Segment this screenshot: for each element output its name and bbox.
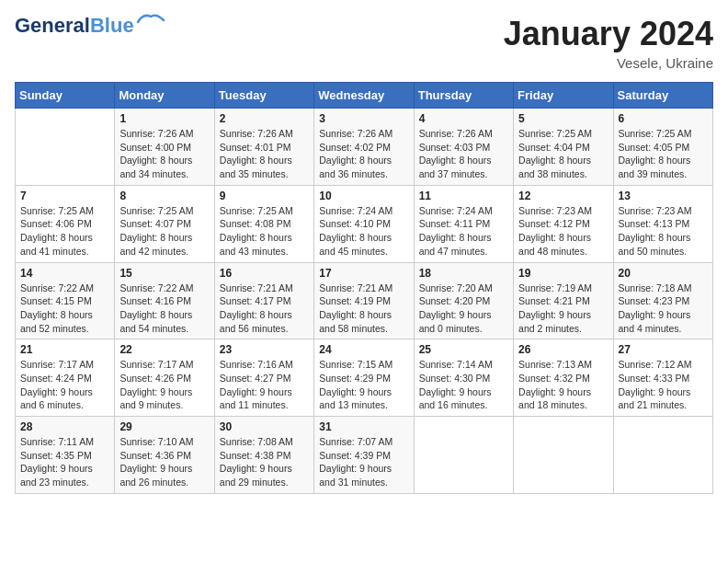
day-number: 15 [119,267,209,280]
header: GeneralBlue January 2024 Vesele, Ukraine [15,15,713,71]
day-info: Sunrise: 7:18 AM Sunset: 4:23 PM Dayligh… [619,282,708,336]
day-number: 28 [20,420,109,433]
logo-general: General [15,14,90,37]
col-header-tuesday: Tuesday [214,83,313,109]
day-cell: 8Sunrise: 7:25 AM Sunset: 4:07 PM Daylig… [115,185,214,262]
col-header-thursday: Thursday [414,83,513,109]
day-info: Sunrise: 7:26 AM Sunset: 4:00 PM Dayligh… [119,127,209,181]
day-info: Sunrise: 7:22 AM Sunset: 4:16 PM Dayligh… [119,282,209,336]
day-cell: 17Sunrise: 7:21 AM Sunset: 4:19 PM Dayli… [314,262,414,339]
day-info: Sunrise: 7:25 AM Sunset: 4:05 PM Dayligh… [619,127,708,181]
week-row-2: 7Sunrise: 7:25 AM Sunset: 4:06 PM Daylig… [16,185,713,262]
week-row-1: 1Sunrise: 7:26 AM Sunset: 4:00 PM Daylig… [16,109,713,186]
col-header-wednesday: Wednesday [314,83,414,109]
month-title: January 2024 [504,15,713,53]
day-info: Sunrise: 7:23 AM Sunset: 4:12 PM Dayligh… [518,204,608,259]
day-cell: 7Sunrise: 7:25 AM Sunset: 4:06 PM Daylig… [16,185,115,262]
day-number: 22 [119,343,209,356]
day-cell: 3Sunrise: 7:26 AM Sunset: 4:02 PM Daylig… [314,109,414,186]
day-number: 31 [319,420,408,433]
day-number: 2 [220,112,309,125]
day-cell: 24Sunrise: 7:15 AM Sunset: 4:29 PM Dayli… [314,339,414,417]
day-cell: 29Sunrise: 7:10 AM Sunset: 4:36 PM Dayli… [115,417,214,494]
day-number: 25 [419,343,508,356]
day-cell [16,109,115,186]
day-number: 19 [518,267,608,280]
day-info: Sunrise: 7:08 AM Sunset: 4:38 PM Dayligh… [220,435,309,489]
logo-blue: Blue [90,14,134,37]
day-number: 24 [319,343,408,356]
day-cell: 2Sunrise: 7:26 AM Sunset: 4:01 PM Daylig… [214,109,313,186]
day-number: 8 [119,190,209,202]
day-info: Sunrise: 7:25 AM Sunset: 4:08 PM Dayligh… [220,204,309,259]
day-cell: 5Sunrise: 7:25 AM Sunset: 4:04 PM Daylig… [514,109,613,186]
day-number: 17 [319,267,408,280]
day-number: 11 [419,190,508,202]
day-number: 13 [619,190,708,202]
day-number: 29 [119,420,209,433]
day-cell: 27Sunrise: 7:12 AM Sunset: 4:33 PM Dayli… [613,339,712,417]
day-number: 20 [619,267,708,280]
day-cell: 19Sunrise: 7:19 AM Sunset: 4:21 PM Dayli… [514,262,613,339]
day-cell: 28Sunrise: 7:11 AM Sunset: 4:35 PM Dayli… [16,417,115,494]
day-cell: 1Sunrise: 7:26 AM Sunset: 4:00 PM Daylig… [115,109,214,186]
day-number: 5 [518,112,608,125]
day-info: Sunrise: 7:15 AM Sunset: 4:29 PM Dayligh… [319,358,408,412]
day-number: 12 [518,190,608,202]
day-number: 3 [319,112,408,125]
day-number: 21 [20,343,109,356]
day-info: Sunrise: 7:23 AM Sunset: 4:13 PM Dayligh… [619,204,708,259]
col-header-monday: Monday [115,83,214,109]
day-info: Sunrise: 7:14 AM Sunset: 4:30 PM Dayligh… [419,358,508,412]
day-cell: 13Sunrise: 7:23 AM Sunset: 4:13 PM Dayli… [613,185,712,262]
day-info: Sunrise: 7:21 AM Sunset: 4:17 PM Dayligh… [220,282,309,336]
day-cell: 31Sunrise: 7:07 AM Sunset: 4:39 PM Dayli… [314,417,414,494]
day-cell: 25Sunrise: 7:14 AM Sunset: 4:30 PM Dayli… [414,339,513,417]
day-cell [414,417,513,494]
day-cell: 30Sunrise: 7:08 AM Sunset: 4:38 PM Dayli… [214,417,313,494]
day-number: 10 [319,190,408,202]
day-number: 9 [220,190,309,202]
day-info: Sunrise: 7:07 AM Sunset: 4:39 PM Dayligh… [319,435,408,489]
day-cell: 4Sunrise: 7:26 AM Sunset: 4:03 PM Daylig… [414,109,513,186]
day-cell: 14Sunrise: 7:22 AM Sunset: 4:15 PM Dayli… [16,262,115,339]
day-info: Sunrise: 7:24 AM Sunset: 4:11 PM Dayligh… [419,204,508,259]
day-info: Sunrise: 7:13 AM Sunset: 4:32 PM Dayligh… [518,358,608,412]
logo-bird-icon [136,11,165,31]
day-number: 16 [220,267,309,280]
day-number: 23 [220,343,309,356]
location: Vesele, Ukraine [504,55,713,71]
day-info: Sunrise: 7:25 AM Sunset: 4:04 PM Dayligh… [518,127,608,181]
week-row-4: 21Sunrise: 7:17 AM Sunset: 4:24 PM Dayli… [16,339,713,417]
day-info: Sunrise: 7:24 AM Sunset: 4:10 PM Dayligh… [319,204,408,259]
day-cell: 9Sunrise: 7:25 AM Sunset: 4:08 PM Daylig… [214,185,313,262]
day-cell: 23Sunrise: 7:16 AM Sunset: 4:27 PM Dayli… [214,339,313,417]
day-cell [514,417,613,494]
day-info: Sunrise: 7:17 AM Sunset: 4:24 PM Dayligh… [20,358,109,412]
day-info: Sunrise: 7:10 AM Sunset: 4:36 PM Dayligh… [119,435,209,489]
day-cell: 11Sunrise: 7:24 AM Sunset: 4:11 PM Dayli… [414,185,513,262]
day-number: 18 [419,267,508,280]
col-header-friday: Friday [514,83,613,109]
day-info: Sunrise: 7:20 AM Sunset: 4:20 PM Dayligh… [419,282,508,336]
logo: GeneralBlue [15,15,165,37]
day-number: 7 [20,190,109,202]
title-area: January 2024 Vesele, Ukraine [504,15,713,71]
day-number: 27 [619,343,708,356]
week-row-3: 14Sunrise: 7:22 AM Sunset: 4:15 PM Dayli… [16,262,713,339]
day-number: 6 [619,112,708,125]
day-number: 30 [220,420,309,433]
day-cell: 20Sunrise: 7:18 AM Sunset: 4:23 PM Dayli… [613,262,712,339]
day-cell: 18Sunrise: 7:20 AM Sunset: 4:20 PM Dayli… [414,262,513,339]
day-number: 1 [119,112,209,125]
day-cell: 16Sunrise: 7:21 AM Sunset: 4:17 PM Dayli… [214,262,313,339]
day-info: Sunrise: 7:22 AM Sunset: 4:15 PM Dayligh… [20,282,109,336]
day-info: Sunrise: 7:17 AM Sunset: 4:26 PM Dayligh… [119,358,209,412]
day-number: 4 [419,112,508,125]
week-row-5: 28Sunrise: 7:11 AM Sunset: 4:35 PM Dayli… [16,417,713,494]
day-info: Sunrise: 7:26 AM Sunset: 4:01 PM Dayligh… [220,127,309,181]
header-row: SundayMondayTuesdayWednesdayThursdayFrid… [16,83,713,109]
day-info: Sunrise: 7:11 AM Sunset: 4:35 PM Dayligh… [20,435,109,489]
day-info: Sunrise: 7:26 AM Sunset: 4:03 PM Dayligh… [419,127,508,181]
day-info: Sunrise: 7:12 AM Sunset: 4:33 PM Dayligh… [619,358,708,412]
